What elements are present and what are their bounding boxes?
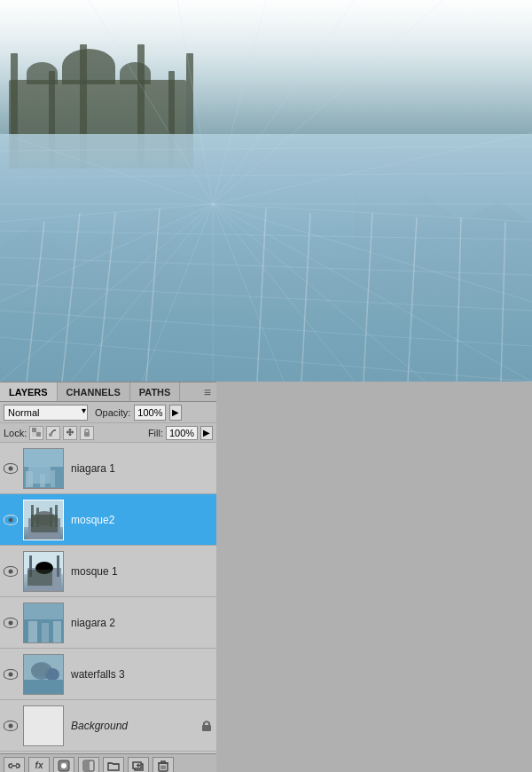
tab-layers[interactable]: LAYERS — [0, 382, 58, 401]
folder-icon — [107, 760, 120, 772]
svg-rect-51 — [31, 505, 34, 527]
layer-effects-button[interactable]: fx — [28, 757, 50, 773]
panel-tabs-bar: LAYERS CHANNELS PATHS ≡ — [0, 382, 216, 402]
svg-rect-59 — [57, 555, 59, 577]
svg-rect-42 — [84, 432, 90, 437]
layer-thumb-niagara2 — [23, 603, 64, 643]
new-group-button[interactable] — [103, 757, 124, 773]
layer-visibility-mosque2[interactable] — [2, 494, 20, 545]
layer-name-waterfalls3: waterfalls 3 — [67, 668, 216, 681]
layers-panel: LAYERS CHANNELS PATHS ≡ Normal Opacity: … — [0, 382, 216, 772]
svg-rect-56 — [27, 568, 61, 592]
svg-rect-64 — [53, 621, 61, 642]
brush-icon — [49, 428, 58, 437]
svg-rect-58 — [29, 555, 32, 577]
thumb-svg-mosque1 — [24, 552, 64, 592]
layer-row-mosque2[interactable]: mosque2 — [0, 494, 216, 546]
svg-rect-53 — [36, 508, 39, 527]
layer-visibility-niagara1[interactable] — [2, 443, 20, 493]
lock-transparent-btn[interactable] — [29, 426, 43, 440]
layer-name-niagara2: niagara 2 — [67, 617, 216, 629]
layer-name-mosque2: mosque2 — [67, 514, 216, 526]
svg-point-72 — [61, 763, 66, 768]
layer-visibility-background[interactable] — [2, 700, 20, 751]
blend-mode-select[interactable]: Normal — [4, 405, 88, 421]
svg-rect-45 — [26, 471, 33, 487]
svg-rect-40 — [32, 432, 36, 437]
layer-row-niagara1[interactable]: niagara 1 — [0, 443, 216, 494]
layers-list: niagara 1 — [0, 443, 216, 753]
thumb-svg-mosque2 — [24, 500, 64, 540]
thumb-svg-niagara1 — [24, 449, 64, 489]
link-layers-button[interactable] — [4, 757, 25, 773]
lock-position-btn[interactable] — [63, 426, 77, 440]
svg-rect-38 — [36, 432, 41, 437]
mosque-dome-main — [62, 49, 115, 84]
water-cascade — [0, 134, 532, 382]
svg-point-67 — [45, 668, 59, 681]
lock-all-btn[interactable] — [80, 426, 94, 440]
blend-mode-row: Normal Opacity: ▶ — [0, 402, 216, 423]
eye-icon-mosque2 — [4, 515, 18, 525]
lock-row: Lock: — [0, 423, 216, 443]
svg-rect-46 — [40, 474, 45, 487]
thumb-svg-waterfalls3 — [24, 655, 64, 695]
thumb-image-niagara2 — [24, 603, 63, 642]
svg-point-41 — [49, 433, 52, 437]
layer-name-mosque1: mosque 1 — [67, 565, 216, 578]
delete-layer-button[interactable] — [153, 757, 174, 773]
link-icon — [8, 760, 20, 772]
panel-menu-icon[interactable]: ≡ — [199, 385, 216, 399]
svg-rect-54 — [50, 508, 52, 527]
svg-rect-39 — [36, 428, 41, 432]
thumb-image-niagara1 — [24, 449, 63, 488]
tab-paths[interactable]: PATHS — [130, 382, 181, 401]
svg-rect-52 — [55, 505, 58, 527]
tab-channels[interactable]: CHANNELS — [58, 382, 130, 401]
layer-mask-button[interactable] — [53, 757, 74, 773]
adjustment-layer-button[interactable] — [78, 757, 99, 773]
thumb-image-mosque1 — [24, 552, 63, 591]
opacity-input[interactable] — [134, 405, 166, 421]
eye-icon-niagara2 — [4, 618, 18, 628]
layer-row-waterfalls3[interactable]: waterfalls 3 — [0, 649, 216, 700]
checkerboard-icon — [32, 428, 41, 437]
thumb-image-waterfalls3 — [24, 655, 63, 694]
layer-visibility-waterfalls3[interactable] — [2, 649, 20, 699]
move-icon — [66, 428, 74, 437]
fill-arrow-btn[interactable]: ▶ — [200, 426, 213, 440]
layer-thumb-mosque1 — [23, 551, 64, 592]
layer-row-mosque1[interactable]: mosque 1 — [0, 546, 216, 597]
svg-rect-49 — [28, 518, 60, 540]
mosque-dome-small-2 — [120, 62, 151, 84]
eye-icon-background — [4, 721, 18, 731]
eye-icon-niagara1 — [4, 463, 18, 474]
lock-image-btn[interactable] — [46, 426, 60, 440]
new-layer-button[interactable] — [128, 757, 149, 773]
layer-name-niagara1: niagara 1 — [67, 462, 216, 475]
lock-label: Lock: — [4, 428, 27, 438]
svg-rect-74 — [83, 760, 89, 771]
lock-svg — [201, 720, 212, 732]
opacity-arrow-btn[interactable]: ▶ — [169, 405, 182, 421]
layer-visibility-niagara2[interactable] — [2, 597, 20, 648]
layer-toolbar: fx — [0, 753, 216, 772]
layer-row-niagara2[interactable]: niagara 2 — [0, 597, 216, 649]
thumb-image-mosque2 — [24, 500, 63, 540]
mask-icon — [58, 760, 70, 772]
blend-mode-select-wrap: Normal — [4, 405, 88, 421]
svg-rect-63 — [42, 623, 49, 642]
layer-visibility-mosque1[interactable] — [2, 546, 20, 596]
svg-point-57 — [35, 562, 53, 574]
svg-rect-47 — [51, 470, 55, 487]
panels-area: LAYERS CHANNELS PATHS ≡ Normal Opacity: … — [0, 382, 532, 772]
svg-rect-62 — [28, 621, 37, 642]
lock-icon — [82, 428, 91, 437]
thumb-svg-niagara2 — [24, 603, 64, 643]
thumb-image-background — [24, 706, 63, 745]
svg-rect-37 — [32, 428, 36, 432]
trash-icon — [157, 760, 169, 772]
layer-row-background[interactable]: Background — [0, 700, 216, 752]
fill-input[interactable] — [166, 426, 198, 440]
svg-rect-43 — [24, 449, 64, 467]
